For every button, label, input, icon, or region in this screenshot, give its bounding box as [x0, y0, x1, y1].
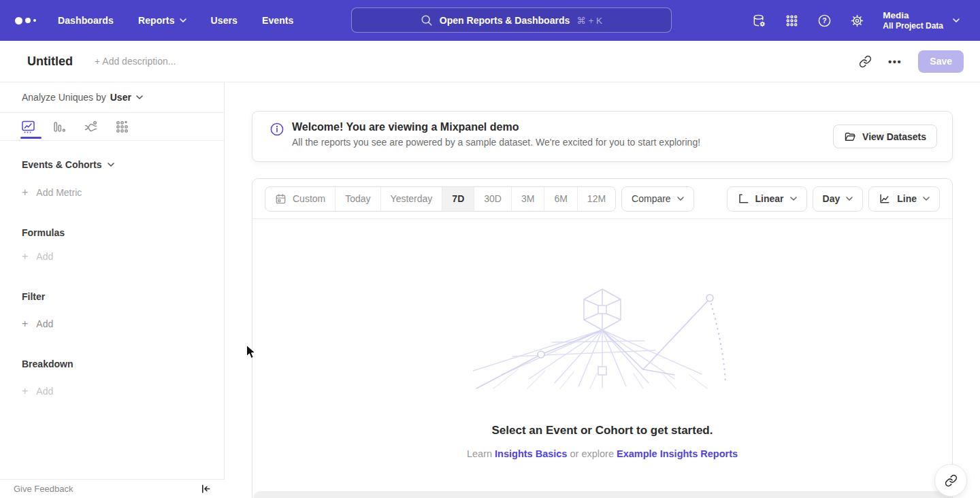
chevron-down-icon	[846, 197, 853, 201]
chart-type-label: Line	[897, 193, 917, 204]
line-chart-icon	[879, 193, 891, 205]
insights-basics-link[interactable]: Insights Basics	[495, 448, 567, 459]
more-options-button[interactable]: •••	[888, 56, 902, 67]
chevron-down-icon	[677, 197, 684, 201]
or-explore-text: or explore	[567, 448, 617, 459]
collapse-sidebar-icon[interactable]	[201, 484, 211, 494]
report-title[interactable]: Untitled	[27, 54, 73, 69]
sidebar-footer: Give Feedback	[0, 479, 225, 498]
add-description-field[interactable]: + Add description...	[95, 56, 176, 67]
date-range-12m[interactable]: 12M	[577, 187, 615, 211]
breakdown-section-title: Breakdown	[22, 359, 202, 369]
insights-report-card: Custom Today Yesterday 7D 30D 3M 6M 12M …	[252, 178, 953, 498]
date-range-3m[interactable]: 3M	[511, 187, 544, 211]
learn-prefix: Learn	[467, 448, 495, 459]
date-range-6m[interactable]: 6M	[544, 187, 576, 211]
search-placeholder: Open Reports & Dashboards	[440, 15, 570, 26]
mixpanel-logo[interactable]	[15, 17, 36, 24]
info-icon	[270, 122, 284, 136]
apps-grid-icon[interactable]	[785, 14, 799, 28]
query-builder-sidebar: Analyze Uniques by User	[0, 82, 225, 498]
add-breakdown-label: Add	[36, 386, 53, 397]
query-builder-body: Events & Cohorts + Add Metric Formulas +…	[0, 159, 224, 397]
folder-icon	[844, 131, 856, 143]
analyze-by-dropdown[interactable]: User	[110, 92, 143, 103]
plus-icon: +	[22, 250, 28, 263]
link-icon	[945, 474, 958, 487]
give-feedback-link[interactable]: Give Feedback	[14, 484, 73, 494]
selected-tab-underline	[20, 137, 42, 139]
chevron-down-icon	[953, 18, 960, 22]
report-header: Untitled + Add description... ••• Save	[0, 41, 980, 82]
add-formula-button[interactable]: + Add	[22, 250, 202, 263]
top-navigation-bar: Dashboards Reports Users Events Open Rep…	[0, 0, 980, 41]
plus-icon: +	[22, 318, 28, 330]
plus-icon: +	[22, 385, 28, 397]
tab-bar-chart-icon[interactable]	[52, 119, 67, 134]
add-formula-label: Add	[36, 251, 53, 262]
date-range-today[interactable]: Today	[335, 187, 380, 211]
tab-flow-icon[interactable]	[83, 119, 98, 134]
axis-scale-icon	[737, 193, 749, 205]
add-metric-button[interactable]: + Add Metric	[22, 186, 202, 199]
filter-section-title: Filter	[22, 291, 202, 302]
add-metric-label: Add Metric	[36, 187, 82, 198]
chevron-down-icon	[923, 197, 930, 201]
chart-type-dropdown[interactable]: Line	[868, 186, 940, 212]
tab-metric-grid-icon[interactable]	[114, 119, 129, 134]
chart-display-controls: Linear Day Line	[727, 186, 940, 212]
share-link-floating-button[interactable]	[934, 464, 967, 497]
date-range-custom[interactable]: Custom	[265, 187, 335, 211]
date-range-7d[interactable]: 7D	[442, 187, 474, 211]
report-controls-row: Custom Today Yesterday 7D 30D 3M 6M 12M …	[252, 179, 952, 219]
view-datasets-label: View Datasets	[862, 131, 926, 142]
tab-line-chart-icon[interactable]	[20, 119, 35, 134]
project-name: Media	[883, 10, 943, 21]
search-icon	[421, 14, 433, 27]
analyze-by-value: User	[110, 92, 131, 103]
chevron-down-icon	[790, 197, 797, 201]
events-cohorts-toggle[interactable]: Events & Cohorts	[22, 159, 202, 170]
plus-icon: +	[22, 186, 28, 199]
settings-gear-icon[interactable]	[850, 14, 864, 28]
save-button[interactable]: Save	[918, 50, 964, 73]
search-shortcut-hint: ⌘ + K	[576, 15, 602, 26]
project-scope: All Project Data	[883, 21, 943, 31]
chevron-down-icon	[180, 18, 186, 22]
chart-type-tabs	[0, 113, 224, 141]
banner-title: Welcome! You are viewing a Mixpanel demo	[292, 119, 700, 135]
example-insights-reports-link[interactable]: Example Insights Reports	[617, 448, 738, 459]
date-range-custom-label: Custom	[293, 193, 325, 204]
data-management-icon[interactable]	[752, 14, 766, 28]
view-datasets-button[interactable]: View Datasets	[833, 124, 937, 148]
svg-text:?: ?	[823, 16, 827, 24]
add-filter-button[interactable]: + Add	[22, 318, 202, 330]
copy-link-icon[interactable]	[859, 55, 872, 68]
banner-subtitle: All the reports you see are powered by a…	[292, 135, 700, 150]
nav-item-dashboards[interactable]: Dashboards	[58, 15, 114, 26]
nav-item-reports[interactable]: Reports	[138, 15, 186, 26]
chevron-down-icon	[108, 163, 114, 167]
add-filter-label: Add	[36, 318, 53, 329]
formulas-section-title: Formulas	[22, 227, 202, 238]
project-switcher[interactable]: Media All Project Data	[883, 10, 960, 31]
help-icon[interactable]: ?	[817, 14, 832, 28]
calendar-icon	[275, 193, 287, 205]
nav-right-controls: ? Media All Project Data	[752, 0, 980, 41]
interval-dropdown[interactable]: Day	[813, 186, 864, 212]
chevron-down-icon	[136, 95, 143, 99]
add-breakdown-button[interactable]: + Add	[22, 385, 202, 397]
events-cohorts-label: Events & Cohorts	[22, 159, 101, 170]
demo-welcome-banner: Welcome! You are viewing a Mixpanel demo…	[252, 111, 953, 162]
compare-dropdown[interactable]: Compare	[621, 186, 694, 212]
analyze-uniques-row: Analyze Uniques by User	[0, 82, 224, 113]
analyze-prefix-label: Analyze Uniques by	[22, 92, 106, 103]
date-range-30d[interactable]: 30D	[474, 187, 511, 211]
global-search-bar[interactable]: Open Reports & Dashboards ⌘ + K	[351, 7, 672, 33]
banner-text: Welcome! You are viewing a Mixpanel demo…	[292, 112, 700, 150]
nav-item-users[interactable]: Users	[211, 15, 238, 26]
scale-dropdown[interactable]: Linear	[727, 186, 807, 212]
primary-nav: Dashboards Reports Users Events	[58, 15, 293, 26]
nav-item-events[interactable]: Events	[262, 15, 294, 26]
date-range-yesterday[interactable]: Yesterday	[380, 187, 442, 211]
